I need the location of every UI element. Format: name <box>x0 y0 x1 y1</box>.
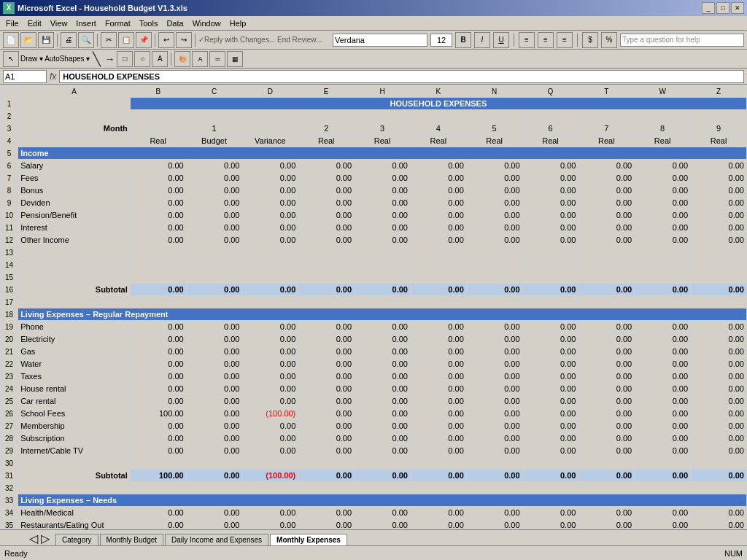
cell-month-9[interactable]: 9 <box>691 122 747 135</box>
cell[interactable]: 0.00 <box>691 370 747 383</box>
cell[interactable]: 0.00 <box>298 346 355 358</box>
cell[interactable]: 0.00 <box>186 333 242 346</box>
cell[interactable]: 0.00 <box>578 519 635 530</box>
cell[interactable] <box>466 271 522 284</box>
cell[interactable]: 0.00 <box>355 284 411 296</box>
cell[interactable]: 0.00 <box>410 395 466 408</box>
cell[interactable] <box>242 271 298 284</box>
cell[interactable]: 0.00 <box>466 222 522 234</box>
underline-button[interactable]: U <box>493 32 509 48</box>
cell[interactable]: 0.00 <box>186 184 242 197</box>
cell[interactable] <box>298 296 355 308</box>
cell[interactable]: 0.00 <box>522 395 578 408</box>
cell[interactable]: 0.00 <box>578 358 635 370</box>
cell[interactable] <box>691 482 747 494</box>
cell[interactable]: 0.00 <box>522 160 578 172</box>
cell[interactable] <box>130 482 186 494</box>
cell[interactable] <box>298 271 355 284</box>
cell[interactable]: 0.00 <box>466 383 522 395</box>
cell-reference-box[interactable]: A1 <box>3 70 47 83</box>
cell[interactable]: 0.00 <box>186 209 242 222</box>
cell[interactable]: 0.00 <box>410 222 466 234</box>
cell[interactable]: 0.00 <box>635 408 691 420</box>
cell[interactable]: 0.00 <box>355 209 411 222</box>
menu-window[interactable]: Window <box>188 18 225 29</box>
cell[interactable]: 0.00 <box>522 383 578 395</box>
cell[interactable]: 0.00 <box>522 234 578 246</box>
cell[interactable]: 0.00 <box>691 408 747 420</box>
cell[interactable] <box>130 271 186 284</box>
cell[interactable] <box>242 296 298 308</box>
cell[interactable]: 0.00 <box>298 519 355 530</box>
cell[interactable]: 0.00 <box>410 519 466 530</box>
cell[interactable]: 0.00 <box>130 284 186 296</box>
cell[interactable]: 0.00 <box>130 420 186 432</box>
cell[interactable] <box>578 259 635 271</box>
cell[interactable]: 0.00 <box>578 370 635 383</box>
cell[interactable]: 0.00 <box>410 333 466 346</box>
font-color-button[interactable]: A <box>192 51 208 67</box>
cell[interactable] <box>18 271 131 284</box>
menu-format[interactable]: Format <box>101 18 135 29</box>
cell[interactable]: 0.00 <box>466 445 522 457</box>
cell[interactable]: 0.00 <box>635 209 691 222</box>
cell[interactable]: 0.00 <box>691 432 747 445</box>
cell[interactable] <box>466 296 522 308</box>
italic-button[interactable]: I <box>474 32 490 48</box>
cell[interactable]: 0.00 <box>522 519 578 530</box>
cell[interactable]: 0.00 <box>691 197 747 209</box>
cell[interactable]: 0.00 <box>186 370 242 383</box>
cell[interactable]: 100.00 <box>130 470 186 482</box>
cell[interactable]: 0.00 <box>635 358 691 370</box>
cell[interactable]: 0.00 <box>522 408 578 420</box>
cell[interactable]: 0.00 <box>186 172 242 184</box>
cell[interactable]: 0.00 <box>691 470 747 482</box>
cell[interactable]: 0.00 <box>298 383 355 395</box>
cell[interactable] <box>298 457 355 470</box>
cell[interactable]: 0.00 <box>242 333 298 346</box>
col-header-h[interactable]: H <box>355 85 411 98</box>
cell[interactable]: 0.00 <box>578 197 635 209</box>
line-style-button[interactable]: ═ <box>209 51 225 67</box>
cell[interactable]: 0.00 <box>691 172 747 184</box>
cell[interactable]: 0.00 <box>186 507 242 519</box>
cell[interactable] <box>635 457 691 470</box>
cell[interactable] <box>522 259 578 271</box>
redo-button[interactable]: ↪ <box>176 32 192 48</box>
menu-data[interactable]: Data <box>162 18 187 29</box>
cell[interactable]: 0.00 <box>298 395 355 408</box>
cell[interactable]: 0.00 <box>635 432 691 445</box>
cell[interactable]: 0.00 <box>298 445 355 457</box>
col-header-c[interactable]: C <box>186 85 242 98</box>
cell[interactable]: 0.00 <box>186 234 242 246</box>
cell[interactable]: 0.00 <box>466 395 522 408</box>
cell[interactable]: 0.00 <box>466 420 522 432</box>
cell[interactable]: 0.00 <box>410 445 466 457</box>
cell[interactable] <box>522 296 578 308</box>
window-controls[interactable]: _ □ ✕ <box>702 2 744 14</box>
cell-month-6[interactable]: 6 <box>522 122 578 135</box>
cell[interactable]: 0.00 <box>130 358 186 370</box>
cell[interactable]: 100.00 <box>130 408 186 420</box>
cell[interactable]: 0.00 <box>522 333 578 346</box>
menu-tools[interactable]: Tools <box>135 18 163 29</box>
cell[interactable]: 0.00 <box>466 160 522 172</box>
cell[interactable]: 0.00 <box>410 507 466 519</box>
cell[interactable]: 0.00 <box>355 172 411 184</box>
cell[interactable] <box>130 457 186 470</box>
cell[interactable]: 0.00 <box>578 209 635 222</box>
cell-a4[interactable] <box>18 135 131 147</box>
cell[interactable]: 0.00 <box>186 519 242 530</box>
col-header-d[interactable]: D <box>242 85 298 98</box>
cell[interactable]: 0.00 <box>186 395 242 408</box>
cell[interactable]: 0.00 <box>410 383 466 395</box>
cell[interactable]: 0.00 <box>635 222 691 234</box>
cell[interactable]: 0.00 <box>242 234 298 246</box>
cell[interactable]: 0.00 <box>635 234 691 246</box>
new-button[interactable]: 📄 <box>3 32 19 48</box>
cell[interactable]: 0.00 <box>466 333 522 346</box>
cell[interactable] <box>522 246 578 259</box>
cell[interactable]: 0.00 <box>298 408 355 420</box>
cell[interactable] <box>691 110 747 122</box>
cell[interactable] <box>635 246 691 259</box>
